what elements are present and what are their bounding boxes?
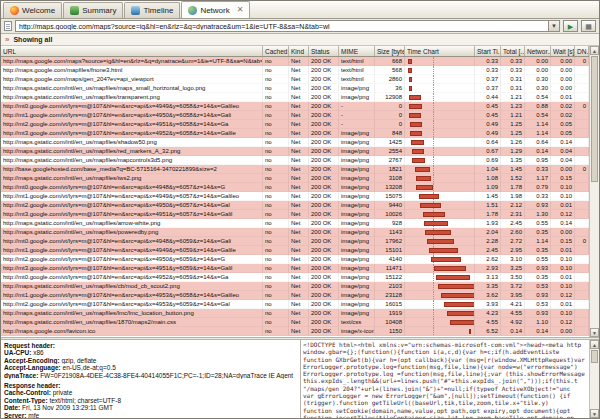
table-row[interactable]: http://maps.gstatic.com/intl/en_us/mapfi… <box>1 138 589 147</box>
table-row[interactable]: http://mt1.google.com/vt/lyrs=m@107&hl=e… <box>1 246 589 255</box>
column-header-7[interactable]: Start Ti... <box>475 46 501 56</box>
chart-gridline <box>433 174 434 182</box>
time-chart-cell <box>405 165 475 174</box>
table-row[interactable]: http://mt0.google.com/vt/lyrs=m@107&hl=e… <box>1 183 589 192</box>
table-row[interactable]: http://maps.gstatic.com/intl/en_us/mapfi… <box>1 93 589 102</box>
table-row[interactable]: http://maps.google.com/mapfiles/fnone3.h… <box>1 66 589 75</box>
expand-icon[interactable]: » <box>5 36 9 44</box>
code-scrollbar-thumb[interactable] <box>591 350 598 363</box>
cell: 1.29 <box>501 147 525 156</box>
cell: 200 OK <box>309 147 339 156</box>
cell: 0.15 <box>551 237 575 246</box>
column-header-5[interactable]: Size [bytes] <box>375 46 405 56</box>
column-header-8[interactable]: Total [... <box>501 46 525 56</box>
code-scrollbar-track[interactable] <box>590 349 599 409</box>
options-button[interactable]: ▦ <box>581 20 596 32</box>
table-row[interactable]: http://mt2.google.com/vt/lyrs=m@107&hl=e… <box>1 300 589 309</box>
table-row[interactable]: http://mt2.google.com/vt/lyrs=m@107&hl=e… <box>1 120 589 129</box>
column-header-11[interactable]: DN... <box>575 46 589 56</box>
table-row[interactable]: http://maps.gstatic.com/intl/en_us/mapfi… <box>1 318 589 327</box>
cell: - <box>339 120 375 129</box>
table-row[interactable]: http://maps.gstatic.com/intl/en_us/mapfi… <box>1 174 589 183</box>
scrollbar-track[interactable] <box>590 55 599 328</box>
scroll-up-icon[interactable]: ▲ <box>590 46 599 55</box>
cell: http://mt0.google.com/vt/lyrs=m@107&hl=e… <box>1 183 263 192</box>
code-scroll-up-icon[interactable]: ▲ <box>590 340 599 349</box>
chevron-down-icon[interactable]: ▼ <box>548 21 559 31</box>
chart-gridline <box>433 183 434 191</box>
time-chart-cell <box>405 282 475 291</box>
url-input[interactable]: http://maps.google.com/maps?source=ig&hl… <box>15 20 560 32</box>
cell: no <box>263 273 289 282</box>
tab-summary[interactable]: Summary <box>63 2 123 18</box>
table-row[interactable]: http://mt3.google.com/vt/lyrs=m@107&hl=e… <box>1 210 589 219</box>
cell: no <box>263 147 289 156</box>
table-row[interactable]: http://mt3.google.com/vt/lyrs=m@107&hl=e… <box>1 264 589 273</box>
table-row[interactable]: http://maps.gstatic.com/intl/en_us/mapfi… <box>1 156 589 165</box>
cell: no <box>263 93 289 102</box>
code-line: "/maps/gen_204?"+url+(lines.join("&")+"=… <box>303 385 587 392</box>
code-scroll-down-icon[interactable]: ▼ <box>590 409 599 418</box>
column-header-1[interactable]: Cached <box>263 46 289 56</box>
table-row[interactable]: http://maps.google.com/maps/gen_204?ev=a… <box>1 75 589 84</box>
cell: Net <box>289 84 309 93</box>
table-row[interactable]: http://mt1.google.com/vt/lyrs=m@107&hl=e… <box>1 192 589 201</box>
tab-welcome[interactable]: Welcome <box>3 2 62 18</box>
table-row[interactable]: http://mt0.google.com/vt/lyrs=m@107&hl=e… <box>1 102 589 111</box>
table-row[interactable]: http://maps.google.com/maps?source=ig&hl… <box>1 57 589 66</box>
time-chart-cell <box>405 57 475 66</box>
table-row[interactable]: http://base.googlehosted.com/base_media?… <box>1 165 589 174</box>
time-chart-cell <box>405 102 475 111</box>
table-row[interactable]: http://mt1.google.com/vt/lyrs=m@107&hl=e… <box>1 291 589 300</box>
cell: image/png <box>339 228 375 237</box>
column-header-0[interactable]: URL <box>1 46 263 56</box>
cell: 0.14 <box>525 327 551 336</box>
source-code[interactable]: <!DOCTYPE html><html xmlns:v="urn:schema… <box>301 340 589 418</box>
column-header-6[interactable]: Time Chart <box>405 46 475 56</box>
table-row[interactable]: http://maps.gstatic.com/intl/en_us/mapfi… <box>1 282 589 291</box>
table-row[interactable]: http://mt2.google.com/vt/lyrs=m@107&hl=e… <box>1 255 589 264</box>
cell <box>575 255 589 264</box>
cell: no <box>263 210 289 219</box>
table-row[interactable]: http://mt2.google.com/vt/lyrs=m@107&hl=e… <box>1 201 589 210</box>
cell: Net <box>289 156 309 165</box>
table-row[interactable]: http://maps.gstatic.com/intl/en_us/mapfi… <box>1 219 589 228</box>
column-header-4[interactable]: MIME <box>339 46 375 56</box>
cell: 0.45 <box>475 102 501 111</box>
table-row[interactable]: http://mt3.google.com/vt/lyrs=m@107&hl=e… <box>1 129 589 138</box>
cell: 0.33 <box>475 57 501 66</box>
table-row[interactable]: http://maps.gstatic.com/intl/en_us/mapfi… <box>1 309 589 318</box>
tab-network[interactable]: Network ✕ <box>181 1 250 18</box>
column-header-2[interactable]: Kind <box>289 46 309 56</box>
headers-panel: Request header: UA-CPU: x86Accept-Encodi… <box>1 340 301 418</box>
cell: 200 OK <box>309 156 339 165</box>
cell: no <box>263 66 289 75</box>
document-icon <box>4 21 12 31</box>
table-row[interactable]: http://maps.gstatic.com/intl/en_us/mapfi… <box>1 84 589 93</box>
table-row[interactable]: http://maps.google.com/favicon.iconoNet2… <box>1 327 589 336</box>
cell: 1.17 <box>525 174 551 183</box>
table-row[interactable]: http://mt1.google.com/vt/lyrs=m@107&hl=e… <box>1 111 589 120</box>
table-row[interactable]: http://maps.gstatic.com/intl/en_us/mapfi… <box>1 147 589 156</box>
table-scrollbar[interactable]: ▲ ▼ <box>589 46 599 337</box>
column-header-10[interactable]: Wait [s] <box>551 46 575 56</box>
column-header-3[interactable]: Status <box>309 46 339 56</box>
cell: 0.33 <box>501 66 525 75</box>
scrollbar-thumb[interactable] <box>591 56 598 182</box>
table-row[interactable]: http://mt0.google.com/vt/lyrs=m@107&hl=e… <box>1 273 589 282</box>
cell: 848 <box>375 129 405 138</box>
column-header-9[interactable]: Networ... <box>525 46 551 56</box>
cell: no <box>263 192 289 201</box>
code-scrollbar[interactable]: ▲ ▼ <box>589 340 599 418</box>
cell: 0.55 <box>525 219 551 228</box>
cell: 1.78 <box>501 183 525 192</box>
table-row[interactable]: http://maps.gstatic.com/intl/en_us/mapfi… <box>1 228 589 237</box>
cell <box>575 318 589 327</box>
tab-timeline[interactable]: Timeline <box>124 2 180 18</box>
go-button[interactable]: ▶ <box>563 20 578 32</box>
close-icon[interactable]: ✕ <box>237 6 244 14</box>
time-chart-cell <box>405 300 475 309</box>
cell: 0.10 <box>551 309 575 318</box>
scroll-down-icon[interactable]: ▼ <box>590 328 599 337</box>
table-row[interactable]: http://mt0.google.com/vt/lyrs=m@107&hl=e… <box>1 237 589 246</box>
